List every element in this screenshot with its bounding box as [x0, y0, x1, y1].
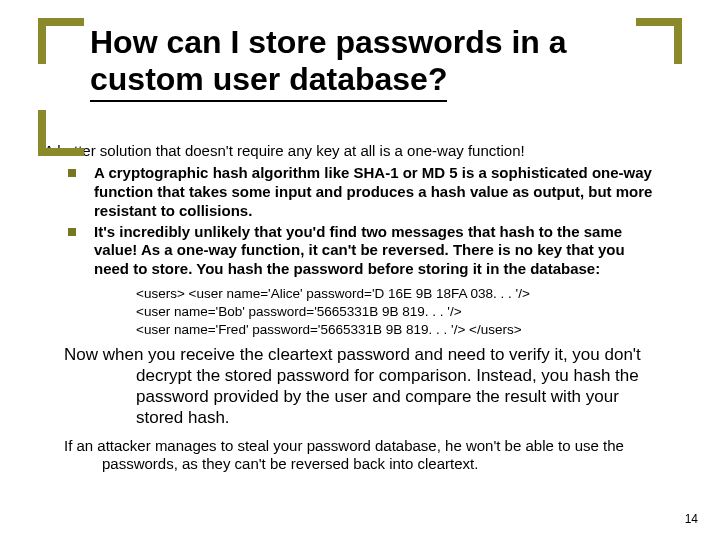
slide: How can I store passwords in a custom us…	[0, 0, 720, 540]
bullet-list: A cryptographic hash algorithm like SHA-…	[64, 164, 656, 279]
paragraph-attacker: If an attacker manages to steal your pas…	[102, 437, 656, 475]
corner-decoration-tr	[636, 18, 682, 64]
bullet-item: A cryptographic hash algorithm like SHA-…	[64, 164, 656, 220]
code-line: <users> <user name='Alice' password='D 1…	[136, 285, 656, 303]
title-line-1: How can I store passwords in a	[90, 24, 567, 60]
code-block: <users> <user name='Alice' password='D 1…	[136, 285, 656, 340]
corner-decoration-tl	[38, 18, 84, 64]
slide-body: A better solution that doesn't require a…	[64, 142, 656, 474]
slide-title: How can I store passwords in a custom us…	[90, 24, 650, 102]
code-line: <user name='Bob' password='5665331B 9B 8…	[136, 303, 656, 321]
bullet-item: It's incredibly unlikely that you'd find…	[64, 223, 656, 279]
title-line-2: custom user database?	[90, 61, 447, 102]
paragraph-now: Now when you receive the cleartext passw…	[136, 344, 656, 429]
page-number: 14	[685, 512, 698, 526]
intro-text: A better solution that doesn't require a…	[44, 142, 656, 161]
code-line: <user name='Fred' password='5665331B 9B …	[136, 321, 656, 339]
corner-decoration-bl	[38, 110, 84, 156]
